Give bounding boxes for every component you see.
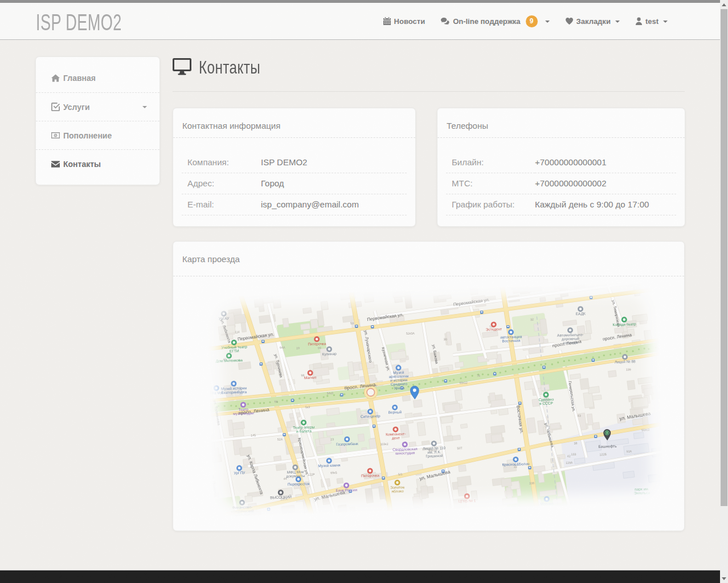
table-row: E-mail: isp_company@email.com: [182, 194, 407, 215]
phones-card: Телефоны Билайн: +70000000000001 МТС: +7…: [437, 108, 685, 227]
row-label: График работы:: [446, 194, 535, 215]
sidebar-item-label: Главная: [63, 74, 96, 83]
row-label: МТС:: [446, 173, 535, 194]
scrollbar[interactable]: [720, 0, 728, 583]
comments-icon: [440, 17, 450, 26]
sidebar-item-label: Контакты: [63, 160, 101, 169]
page-title-text: Контакты: [199, 57, 260, 78]
table-row: График работы: Каждый день с 9:00 до 17:…: [446, 194, 676, 215]
phones-title: Телефоны: [437, 108, 685, 138]
heart-icon: [565, 17, 574, 25]
contact-info-title: Контактная информация: [173, 108, 415, 138]
nav-user[interactable]: test: [635, 17, 668, 26]
footer: [0, 570, 720, 583]
chevron-down-icon: [663, 21, 668, 23]
nav-user-label: test: [645, 17, 659, 26]
map-card-title: Карта проезда: [173, 242, 684, 276]
contact-info-card: Контактная информация Компания: ISP DEMO…: [173, 108, 416, 227]
nav-support[interactable]: On-line поддержка 9: [440, 15, 549, 27]
title-divider: [173, 91, 685, 92]
sidebar-item-label: Услуги: [63, 103, 90, 112]
page-title: Контакты: [173, 57, 280, 78]
map-image[interactable]: 23221964А323041434044423891А69к569к1369к…: [207, 282, 664, 517]
row-label: Билайн:: [446, 152, 535, 173]
nav-bookmarks[interactable]: Закладки: [565, 17, 620, 26]
row-value: +70000000000001: [535, 152, 676, 173]
home-icon: [51, 74, 60, 83]
sidebar-item-topup[interactable]: Пополнение: [36, 121, 159, 149]
banknote-icon: [51, 132, 60, 139]
brand-logo[interactable]: ISP DEMO2: [36, 10, 122, 35]
row-value: Каждый день с 9:00 до 17:00: [535, 194, 676, 215]
row-value: Город: [261, 173, 407, 194]
map-card: Карта проезда 23221964А32304143404442389…: [173, 241, 685, 531]
sidebar-item-home[interactable]: Главная: [36, 64, 159, 92]
top-nav: Новости On-line поддержка 9 Закладки: [383, 3, 668, 39]
scrollbar-thumb[interactable]: [721, 9, 727, 506]
table-row: Компания: ISP DEMO2: [182, 152, 407, 173]
table-row: МТС: +70000000000002: [446, 173, 676, 194]
row-label: E-mail:: [182, 194, 261, 215]
chevron-down-icon: [142, 106, 147, 108]
arrow-up-icon: [722, 3, 726, 6]
row-value: isp_company@email.com: [261, 194, 407, 215]
nav-support-label: On-line поддержка: [453, 17, 520, 26]
calendar-icon: [383, 17, 391, 26]
scroll-down-button[interactable]: [720, 574, 728, 583]
header: ISP DEMO2 Новости On-line поддержка 9: [0, 3, 720, 40]
content: Главная Услуги Пополнение Контакты: [0, 40, 720, 570]
nav-news-label: Новости: [394, 17, 426, 26]
nav-bookmarks-label: Закладки: [576, 17, 611, 26]
table-row: Билайн: +70000000000001: [446, 152, 676, 173]
map-container[interactable]: 23221964А323041434044423891А69к569к1369к…: [207, 282, 664, 517]
chevron-down-icon: [545, 21, 550, 23]
arrow-down-icon: [722, 577, 726, 580]
support-count-badge: 9: [526, 15, 538, 27]
sidebar-item-label: Пополнение: [63, 131, 112, 140]
check-square-icon: [51, 103, 60, 111]
chevron-down-icon: [615, 21, 620, 23]
contact-info-table: Компания: ISP DEMO2 Адрес: Город E-mail:…: [182, 152, 407, 215]
monitor-icon: [173, 58, 191, 78]
sidebar-menu: Главная Услуги Пополнение Контакты: [35, 56, 160, 185]
row-label: Адрес:: [182, 173, 261, 194]
sidebar-item-services[interactable]: Услуги: [36, 92, 159, 121]
nav-news[interactable]: Новости: [383, 17, 426, 26]
row-value: +70000000000002: [535, 173, 676, 194]
scroll-up-button[interactable]: [720, 0, 728, 9]
user-icon: [635, 17, 643, 25]
row-value: ISP DEMO2: [261, 152, 407, 173]
sidebar-item-contacts[interactable]: Контакты: [36, 149, 159, 178]
phones-table: Билайн: +70000000000001 МТС: +7000000000…: [446, 152, 676, 215]
table-row: Адрес: Город: [182, 173, 407, 194]
envelope-icon: [51, 161, 60, 168]
page: ISP DEMO2 Новости On-line поддержка 9: [0, 0, 720, 583]
row-label: Компания:: [182, 152, 261, 173]
